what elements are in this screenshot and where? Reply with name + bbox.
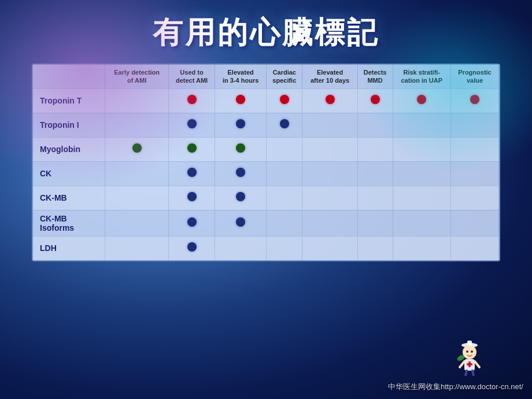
cell-cardiac [267, 161, 302, 186]
red-dot [371, 95, 380, 104]
cell-early [105, 186, 169, 210]
cell-early [105, 210, 169, 236]
cell-elevated3 [215, 113, 267, 137]
cell-used [168, 186, 215, 210]
blue-dot [187, 119, 197, 128]
cell-used [168, 210, 215, 236]
svg-point-4 [471, 350, 473, 353]
cell-prognostic [451, 236, 499, 260]
svg-line-9 [472, 371, 474, 376]
blue-dot [236, 217, 245, 227]
cell-used [168, 161, 215, 186]
table-wrapper: Early detection of AMIUsed to detect AMI… [32, 64, 500, 261]
cell-prognostic [451, 210, 499, 236]
col-header-elevated10: Elevated after 10 days [302, 65, 357, 88]
cell-elevated3 [215, 236, 267, 260]
blue-dot [236, 192, 245, 201]
table-row: Troponin T [33, 88, 499, 113]
cell-marker: CK [33, 161, 105, 186]
cell-elevated10 [302, 236, 357, 260]
svg-line-7 [475, 361, 479, 367]
cell-risk [393, 236, 450, 260]
blue-dot [280, 119, 289, 128]
svg-point-3 [466, 350, 468, 353]
cell-risk [393, 137, 450, 161]
cell-used [168, 113, 215, 137]
table-row: CK-MB Isoforms [33, 210, 499, 236]
cell-elevated10 [302, 137, 357, 161]
svg-line-6 [460, 361, 464, 367]
table-header: Early detection of AMIUsed to detect AMI… [33, 65, 499, 88]
col-header-elevated3: Elevated in 3-4 hours [215, 65, 267, 88]
red-dot [280, 95, 289, 104]
cell-marker: CK-MB [33, 186, 105, 210]
red-dot [236, 95, 245, 104]
cell-cardiac [267, 210, 302, 236]
cell-risk [393, 210, 450, 236]
cell-prognostic [451, 137, 499, 161]
red-dot [470, 95, 479, 104]
col-header-used: Used to detect AMI [168, 65, 215, 88]
cell-marker: Myoglobin [33, 137, 105, 161]
title: 有用的心臟標記 [0, 0, 532, 64]
col-header-risk: Risk stratifi- cation in UAP [393, 65, 450, 88]
cell-marker: LDH [33, 236, 105, 260]
blue-dot [187, 168, 197, 177]
cell-cardiac [267, 236, 302, 260]
cell-prognostic [451, 186, 499, 210]
cell-elevated10 [302, 210, 357, 236]
blue-dot [187, 242, 197, 252]
cell-early [105, 88, 169, 113]
col-header-marker [33, 65, 105, 88]
red-dot [417, 95, 426, 104]
cell-prognostic [451, 88, 499, 113]
watermark: 中华医生网收集http://www.doctor-cn.net/ [388, 382, 523, 392]
cell-mmd [357, 186, 393, 210]
red-dot [326, 95, 335, 104]
cell-elevated10 [302, 186, 357, 210]
cell-elevated3 [215, 161, 267, 186]
cell-used [168, 137, 215, 161]
table-row: Troponin I [33, 113, 499, 137]
table-row: CK [33, 161, 499, 186]
blue-dot [236, 168, 245, 177]
col-header-cardiac: Cardiac specific [267, 65, 302, 88]
marker-table: Early detection of AMIUsed to detect AMI… [33, 65, 499, 260]
cell-mmd [357, 88, 393, 113]
cell-mmd [357, 137, 393, 161]
cell-early [105, 137, 169, 161]
svg-rect-11 [467, 363, 472, 365]
cell-elevated3 [215, 137, 267, 161]
cell-risk [393, 186, 450, 210]
cell-risk [393, 113, 450, 137]
col-header-early: Early detection of AMI [105, 65, 169, 88]
cell-elevated10 [302, 113, 357, 137]
cell-risk [393, 88, 450, 113]
green-dot [132, 143, 142, 153]
cell-early [105, 161, 169, 186]
table-body: Troponin TTroponin IMyoglobinCKCK-MBCK-M… [33, 88, 499, 260]
table-row: CK-MB [33, 186, 499, 210]
svg-point-2 [463, 345, 476, 359]
cell-cardiac [267, 186, 302, 210]
blue-dot [187, 192, 197, 201]
cell-marker: Troponin T [33, 88, 105, 113]
cell-used [168, 88, 215, 113]
cell-elevated10 [302, 88, 357, 113]
cell-mmd [357, 210, 393, 236]
cell-mmd [357, 113, 393, 137]
col-header-prognostic: Prognostic value [451, 65, 499, 88]
cell-mmd [357, 236, 393, 260]
cell-cardiac [267, 113, 302, 137]
col-header-mmd: Detects MMD [357, 65, 393, 88]
cell-mmd [357, 161, 393, 186]
cell-marker: Troponin I [33, 113, 105, 137]
cell-marker: CK-MB Isoforms [33, 210, 105, 236]
table-row: LDH [33, 236, 499, 260]
cell-elevated3 [215, 88, 267, 113]
green-dot [236, 143, 245, 153]
cell-elevated3 [215, 186, 267, 210]
cell-early [105, 113, 169, 137]
cell-used [168, 236, 215, 260]
mascot-icon [454, 338, 486, 376]
